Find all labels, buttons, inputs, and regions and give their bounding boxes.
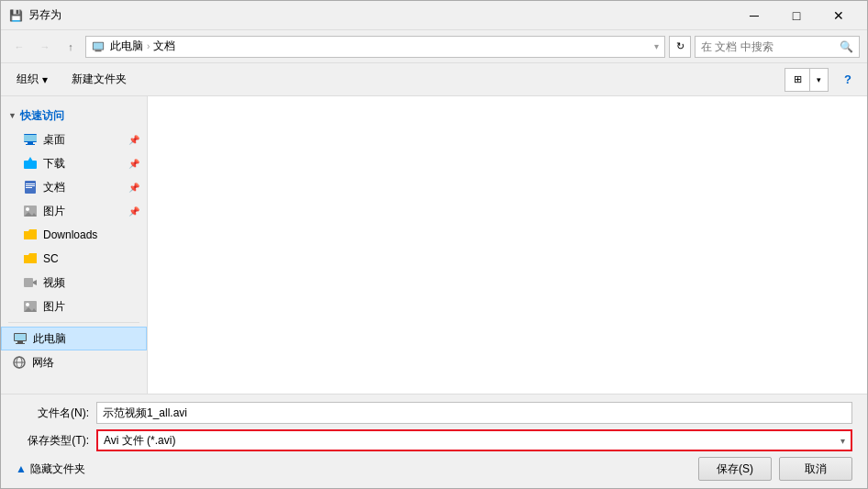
refresh-button[interactable]: ↻: [669, 36, 691, 58]
sidebar-item-downloads-label: 下载: [43, 156, 65, 172]
sidebar-item-pictures2[interactable]: 图片: [1, 295, 147, 318]
toggle-hidden-folders[interactable]: ▲ 隐藏文件夹: [16, 461, 85, 477]
svg-marker-17: [33, 280, 37, 285]
filename-row: 文件名(N):: [16, 402, 852, 424]
sidebar-item-this-pc-label: 此电脑: [33, 331, 66, 347]
sc-folder-icon: [23, 251, 38, 266]
dialog-title: 另存为: [28, 7, 733, 23]
pictures2-icon: [23, 299, 38, 314]
downloads-folder-icon: [23, 228, 38, 242]
search-box[interactable]: 🔍: [695, 36, 860, 58]
svg-rect-16: [24, 278, 33, 287]
buttons-row: ▲ 隐藏文件夹 保存(S) 取消: [16, 457, 852, 481]
path-dropdown-arrow: ▾: [654, 41, 659, 51]
pictures-pin-icon: 📌: [128, 206, 139, 217]
sidebar-item-videos[interactable]: 视频: [1, 271, 147, 295]
help-button[interactable]: ?: [836, 68, 860, 92]
svg-point-19: [26, 303, 29, 306]
desktop-icon: [23, 132, 38, 147]
new-folder-button[interactable]: 新建文件夹: [63, 68, 135, 92]
sidebar-item-pictures[interactable]: 图片 📌: [1, 199, 147, 223]
filetype-row: 保存类型(T): Avi 文件 (*.avi) ▾: [16, 429, 852, 451]
main-content: ▼ 快速访问 桌面 📌 下载 📌: [1, 96, 867, 394]
sidebar-item-documents-label: 文档: [43, 180, 65, 195]
window-controls: ─ □ ✕: [733, 1, 860, 30]
svg-rect-7: [24, 161, 37, 169]
svg-rect-1: [95, 50, 102, 51]
pictures-icon: [23, 204, 38, 218]
sidebar-item-downloads-folder-label: Downloads: [43, 228, 97, 241]
sidebar-item-sc[interactable]: SC: [1, 247, 147, 271]
sidebar-divider-1: [8, 322, 139, 323]
svg-rect-4: [24, 135, 37, 141]
dialog-icon: 💾: [8, 8, 23, 23]
desktop-pin-icon: 📌: [128, 135, 139, 145]
organize-button[interactable]: 组织 ▾: [8, 68, 56, 92]
toggle-chevron-icon: ▲: [16, 462, 27, 475]
search-input[interactable]: [701, 40, 840, 53]
address-path[interactable]: 此电脑 › 文档 ▾: [85, 36, 665, 58]
minimize-button[interactable]: ─: [733, 1, 775, 30]
this-pc-icon: [13, 331, 28, 346]
path-pc-label: 此电脑: [110, 39, 143, 54]
documents-icon: [23, 180, 38, 194]
sidebar-item-desktop-label: 桌面: [43, 132, 65, 148]
sidebar-item-documents[interactable]: 文档 📌: [1, 175, 147, 199]
filename-input[interactable]: [96, 402, 852, 424]
sidebar-item-desktop[interactable]: 桌面 📌: [1, 128, 147, 151]
svg-rect-23: [17, 341, 23, 343]
svg-rect-12: [26, 187, 32, 188]
back-button[interactable]: ←: [8, 36, 30, 58]
documents-pin-icon: 📌: [128, 183, 139, 193]
address-bar: ← → ↑ 此电脑 › 文档 ▾ ↻ 🔍: [1, 30, 867, 63]
view-icon-button[interactable]: ⊞: [785, 68, 810, 92]
downloads-pin-icon: 📌: [128, 159, 139, 169]
svg-rect-22: [15, 334, 26, 340]
sidebar-section-quick-access[interactable]: ▼ 快速访问: [1, 104, 147, 128]
filetype-select[interactable]: Avi 文件 (*.avi) ▾: [96, 429, 852, 451]
downloads-icon: [23, 156, 38, 171]
toolbar: 组织 ▾ 新建文件夹 ⊞ ▾ ?: [1, 63, 867, 96]
path-docs-label: 文档: [153, 39, 175, 54]
filetype-dropdown-arrow: ▾: [840, 436, 845, 446]
save-button[interactable]: 保存(S): [698, 457, 772, 481]
svg-rect-11: [26, 185, 35, 186]
toggle-hidden-label: 隐藏文件夹: [30, 461, 85, 477]
svg-marker-8: [28, 157, 33, 161]
sidebar-item-pictures2-label: 图片: [43, 299, 65, 315]
sidebar-item-videos-label: 视频: [43, 275, 65, 291]
view-control: ⊞ ▾: [785, 68, 829, 92]
sidebar-item-network-label: 网络: [32, 355, 54, 371]
videos-icon: [23, 275, 38, 290]
sidebar-item-network[interactable]: 网络: [1, 350, 147, 374]
sidebar: ▼ 快速访问 桌面 📌 下载 📌: [1, 96, 148, 394]
organize-label: 组织: [17, 72, 39, 87]
svg-point-14: [26, 207, 29, 211]
cancel-button[interactable]: 取消: [779, 457, 852, 481]
sidebar-item-pictures-label: 图片: [43, 204, 65, 219]
close-button[interactable]: ✕: [818, 1, 860, 30]
svg-rect-5: [28, 142, 33, 144]
sidebar-item-downloads[interactable]: 下载 📌: [1, 151, 147, 175]
svg-rect-6: [26, 144, 35, 145]
maximize-button[interactable]: □: [775, 1, 818, 30]
svg-rect-10: [26, 183, 35, 184]
title-bar: 💾 另存为 ─ □ ✕: [1, 1, 867, 30]
filetype-label: 保存类型(T):: [16, 433, 89, 449]
svg-rect-24: [16, 343, 25, 344]
quick-access-label: 快速访问: [20, 108, 64, 124]
organize-arrow-icon: ▾: [42, 73, 48, 86]
svg-rect-2: [94, 43, 104, 50]
network-icon: [12, 355, 27, 370]
save-as-dialog: 💾 另存为 ─ □ ✕ ← → ↑ 此电脑 › 文档 ▾ ↻ 🔍 组织: [0, 0, 868, 489]
forward-button[interactable]: →: [34, 36, 56, 58]
sidebar-item-this-pc[interactable]: 此电脑: [1, 327, 147, 350]
file-area[interactable]: [148, 96, 867, 394]
sidebar-item-downloads-folder[interactable]: Downloads: [1, 223, 147, 247]
view-dropdown-button[interactable]: ▾: [810, 68, 829, 92]
bottom-bar: 文件名(N): 保存类型(T): Avi 文件 (*.avi) ▾ ▲ 隐藏文件…: [1, 394, 867, 488]
filename-label: 文件名(N):: [16, 406, 89, 421]
path-sep-1: ›: [147, 41, 150, 51]
quick-access-chevron: ▼: [8, 111, 17, 120]
up-button[interactable]: ↑: [60, 36, 82, 58]
